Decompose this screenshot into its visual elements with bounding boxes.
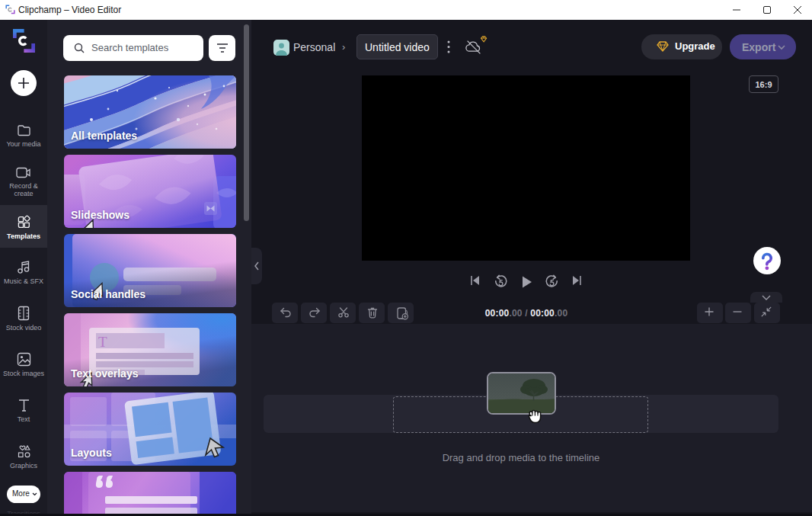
svg-text:T: T: [98, 334, 107, 350]
